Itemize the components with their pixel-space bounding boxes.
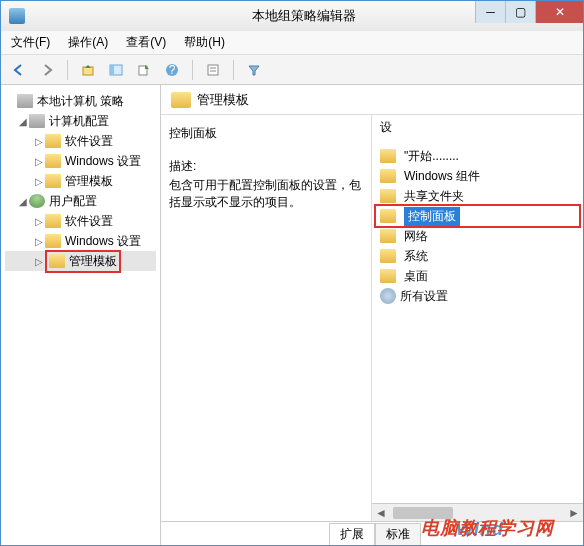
- help-button[interactable]: ?: [160, 58, 184, 82]
- description-text: 包含可用于配置控制面板的设置，包括显示或不显示的项目。: [169, 177, 363, 211]
- tree-user-config[interactable]: ◢ 用户配置: [5, 191, 156, 211]
- tree-software-settings[interactable]: ▷ 软件设置: [5, 211, 156, 231]
- list-item[interactable]: Windows 组件: [376, 166, 579, 186]
- export-button[interactable]: [132, 58, 156, 82]
- description-label: 描述:: [169, 158, 363, 175]
- tree-label: 管理模板: [65, 173, 113, 190]
- expand-icon[interactable]: ▷: [33, 256, 45, 267]
- highlight-box: 管理模板: [45, 250, 121, 273]
- list-item[interactable]: "开始........: [376, 146, 579, 166]
- tree-label: Windows 设置: [65, 233, 141, 250]
- item-label: Windows 组件: [404, 168, 480, 185]
- folder-icon: [45, 214, 61, 228]
- folder-icon: [380, 209, 396, 223]
- svg-rect-2: [110, 65, 114, 75]
- settings-icon: [380, 288, 396, 304]
- tree-software-settings[interactable]: ▷ 软件设置: [5, 131, 156, 151]
- item-list[interactable]: "开始........ Windows 组件 共享文件夹 控制面板 网络 系统 …: [372, 140, 583, 503]
- list-item[interactable]: 桌面: [376, 266, 579, 286]
- nav-tree[interactable]: 本地计算机 策略 ◢ 计算机配置 ▷ 软件设置 ▷ Windows 设置 ▷ 管…: [1, 85, 161, 545]
- item-label: 所有设置: [400, 288, 448, 305]
- item-label: 桌面: [404, 268, 428, 285]
- maximize-button[interactable]: ▢: [505, 1, 535, 23]
- scroll-right-icon[interactable]: ►: [565, 506, 583, 520]
- tree-label: 计算机配置: [49, 113, 109, 130]
- list-item[interactable]: 网络: [376, 226, 579, 246]
- tab-standard[interactable]: 标准: [375, 523, 421, 545]
- list-item[interactable]: 共享文件夹: [376, 186, 579, 206]
- svg-text:?: ?: [169, 63, 176, 77]
- window-controls: ─ ▢ ✕: [475, 1, 583, 23]
- svg-rect-6: [208, 65, 218, 75]
- scroll-left-icon[interactable]: ◄: [372, 506, 390, 520]
- filter-button[interactable]: [242, 58, 266, 82]
- policy-icon: [17, 94, 33, 108]
- tree-label: 本地计算机 策略: [37, 93, 124, 110]
- tree-windows-settings[interactable]: ▷ Windows 设置: [5, 231, 156, 251]
- tree-label: 管理模板: [69, 253, 117, 270]
- computer-icon: [29, 114, 45, 128]
- show-hide-tree-button[interactable]: [104, 58, 128, 82]
- titlebar: 本地组策略编辑器 ─ ▢ ✕: [1, 1, 583, 31]
- properties-button[interactable]: [201, 58, 225, 82]
- tree-label: 用户配置: [49, 193, 97, 210]
- column-header[interactable]: 设: [372, 115, 583, 140]
- item-label: 控制面板: [404, 207, 460, 226]
- watermark: 电脑教程学习网: [421, 516, 554, 540]
- tree-admin-templates[interactable]: ▷ 管理模板: [5, 171, 156, 191]
- folder-icon: [171, 92, 191, 108]
- menu-action[interactable]: 操作(A): [68, 34, 108, 51]
- item-label: 网络: [404, 228, 428, 245]
- folder-icon: [49, 254, 65, 268]
- tree-computer-config[interactable]: ◢ 计算机配置: [5, 111, 156, 131]
- expand-icon[interactable]: ▷: [33, 156, 45, 167]
- folder-icon: [380, 169, 396, 183]
- content-pane: 管理模板 控制面板 描述: 包含可用于配置控制面板的设置，包括显示或不显示的项目…: [161, 85, 583, 545]
- user-icon: [29, 194, 45, 208]
- minimize-button[interactable]: ─: [475, 1, 505, 23]
- tab-extended[interactable]: 扩展: [329, 523, 375, 545]
- folder-icon: [45, 134, 61, 148]
- toolbar: ?: [1, 55, 583, 85]
- expand-icon[interactable]: ▷: [33, 216, 45, 227]
- folder-icon: [380, 249, 396, 263]
- menu-file[interactable]: 文件(F): [11, 34, 50, 51]
- close-button[interactable]: ✕: [535, 1, 583, 23]
- folder-icon: [380, 189, 396, 203]
- menu-help[interactable]: 帮助(H): [184, 34, 225, 51]
- tree-admin-templates-selected[interactable]: ▷ 管理模板: [5, 251, 156, 271]
- selection-title: 控制面板: [169, 125, 363, 142]
- svg-rect-0: [83, 67, 93, 75]
- description-pane: 控制面板 描述: 包含可用于配置控制面板的设置，包括显示或不显示的项目。: [161, 115, 371, 521]
- folder-icon: [45, 174, 61, 188]
- item-label: 共享文件夹: [404, 188, 464, 205]
- tree-root[interactable]: 本地计算机 策略: [5, 91, 156, 111]
- expand-icon[interactable]: ▷: [33, 136, 45, 147]
- up-button[interactable]: [76, 58, 100, 82]
- item-label: "开始........: [404, 148, 459, 165]
- back-button[interactable]: [7, 58, 31, 82]
- list-item[interactable]: 所有设置: [376, 286, 579, 306]
- split-pane: 控制面板 描述: 包含可用于配置控制面板的设置，包括显示或不显示的项目。 设 "…: [161, 115, 583, 521]
- tree-label: 软件设置: [65, 213, 113, 230]
- app-icon: [9, 8, 25, 24]
- folder-icon: [45, 234, 61, 248]
- expand-icon[interactable]: ▷: [33, 176, 45, 187]
- header-title: 管理模板: [197, 91, 249, 109]
- item-label: 系统: [404, 248, 428, 265]
- content-header: 管理模板: [161, 85, 583, 115]
- expand-icon[interactable]: ▷: [33, 236, 45, 247]
- folder-icon: [380, 229, 396, 243]
- list-pane: 设 "开始........ Windows 组件 共享文件夹 控制面板 网络 系…: [371, 115, 583, 521]
- collapse-icon[interactable]: ◢: [17, 116, 29, 127]
- body: 本地计算机 策略 ◢ 计算机配置 ▷ 软件设置 ▷ Windows 设置 ▷ 管…: [1, 85, 583, 545]
- menu-view[interactable]: 查看(V): [126, 34, 166, 51]
- tree-label: 软件设置: [65, 133, 113, 150]
- collapse-icon[interactable]: ◢: [17, 196, 29, 207]
- list-item-selected[interactable]: 控制面板: [376, 206, 579, 226]
- menubar: 文件(F) 操作(A) 查看(V) 帮助(H): [1, 31, 583, 55]
- list-item[interactable]: 系统: [376, 246, 579, 266]
- forward-button[interactable]: [35, 58, 59, 82]
- tree-windows-settings[interactable]: ▷ Windows 设置: [5, 151, 156, 171]
- tree-label: Windows 设置: [65, 153, 141, 170]
